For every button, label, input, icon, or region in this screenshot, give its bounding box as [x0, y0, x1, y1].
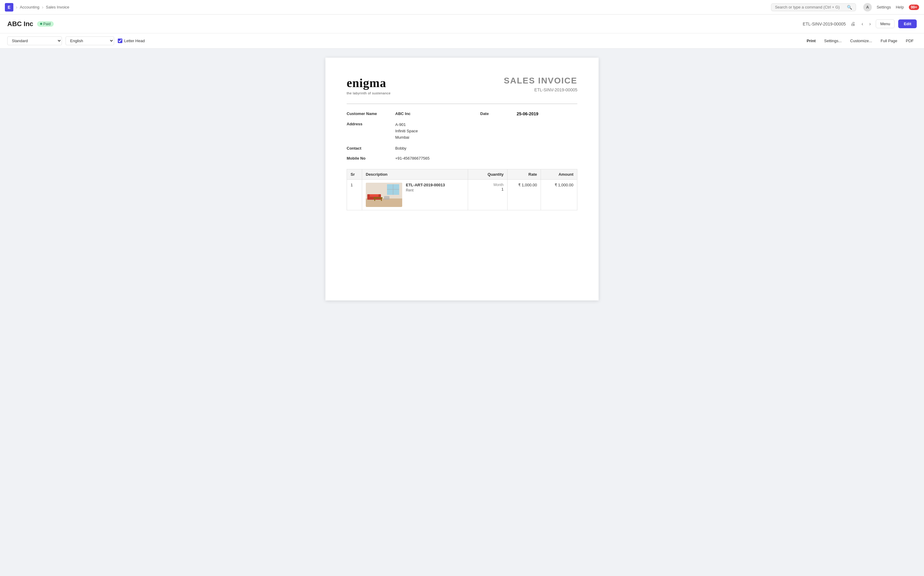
mobile-value: +91-456786677565	[395, 156, 480, 160]
svg-rect-10	[374, 198, 375, 201]
date-value: 25-06-2019	[517, 111, 577, 116]
letterhead-checkbox[interactable]	[118, 38, 122, 43]
col-sr: Sr	[347, 170, 362, 180]
document-id: ETL-SINV-2019-00005	[803, 22, 846, 26]
date-label: Date	[480, 111, 517, 116]
svg-rect-7	[367, 194, 370, 200]
table-row: 1	[347, 180, 577, 210]
item-text-block: ETL-ART-2019-00013 Rent	[406, 183, 445, 192]
search-input[interactable]	[775, 5, 844, 10]
invoice-info-grid: Customer Name ABC Inc Date 25-06-2019 Ad…	[347, 111, 577, 160]
topnav-right: A Settings Help 99+	[863, 3, 919, 11]
breadcrumb-sales-invoice: Sales Invoice	[46, 5, 69, 10]
invoice-divider	[347, 104, 577, 104]
search-icon: 🔍	[847, 5, 852, 10]
help-link[interactable]: Help	[896, 5, 904, 10]
status-dot	[40, 23, 42, 25]
customer-value: ABC Inc	[395, 111, 480, 116]
next-button[interactable]: ›	[868, 20, 872, 28]
pdf-button[interactable]: PDF	[903, 37, 917, 45]
item-cell: ETL-ART-2019-00013 Rent	[366, 183, 464, 207]
address-label: Address	[347, 122, 395, 141]
toolbar: Standard English Letter Head Print Setti…	[0, 34, 924, 48]
format-select[interactable]: Standard	[7, 37, 62, 45]
col-quantity: Quantity	[468, 170, 508, 180]
svg-rect-12	[384, 196, 389, 200]
svg-rect-9	[373, 197, 383, 198]
page-header: ABC Inc Paid ETL-SINV-2019-00005 🖨 ‹ › M…	[0, 14, 924, 34]
language-select[interactable]: English	[66, 37, 114, 45]
breadcrumb-sep-1: ›	[16, 5, 17, 10]
status-badge: Paid	[37, 21, 54, 27]
topnav: E › Accounting › Sales Invoice 🔍 A Setti…	[0, 0, 924, 14]
svg-rect-11	[381, 198, 382, 201]
toolbar-actions: Print Settings... Customize... Full Page…	[804, 37, 917, 45]
prev-button[interactable]: ‹	[860, 20, 864, 28]
item-description: Rent	[406, 188, 445, 192]
brand-name: enigma	[347, 76, 391, 90]
invoice-header: enigma the labyrinth of sustenance SALES…	[347, 76, 577, 95]
page-title: ABC Inc	[7, 20, 34, 28]
invoice-title-block: SALES INVOICE ETL-SINV-2019-00005	[504, 76, 577, 92]
print-icon-button[interactable]: 🖨	[849, 20, 857, 28]
letterhead-checkbox-label[interactable]: Letter Head	[118, 38, 145, 43]
edit-button[interactable]: Edit	[898, 19, 917, 28]
breadcrumb-accounting[interactable]: Accounting	[20, 5, 39, 10]
room-illustration	[366, 183, 402, 207]
cell-sr: 1	[347, 180, 362, 210]
items-table: Sr Description Quantity Rate Amount 1	[347, 169, 577, 210]
col-rate: Rate	[508, 170, 541, 180]
brand-tagline: the labyrinth of sustenance	[347, 91, 391, 95]
cell-amount: ₹ 1,000.00	[541, 180, 577, 210]
address-value: A-901 Infiniti Space Mumbai	[395, 122, 480, 141]
cell-description: ETL-ART-2019-00013 Rent	[362, 180, 468, 210]
notifications-badge[interactable]: 99+	[909, 5, 919, 10]
customer-label: Customer Name	[347, 111, 395, 116]
col-description: Description	[362, 170, 468, 180]
settings-link[interactable]: Settings	[877, 5, 891, 10]
cell-quantity: Month 1	[468, 180, 508, 210]
table-header-row: Sr Description Quantity Rate Amount	[347, 170, 577, 180]
cell-rate: ₹ 1,000.00	[508, 180, 541, 210]
app-logo[interactable]: E	[5, 3, 13, 11]
settings-button[interactable]: Settings...	[821, 37, 845, 45]
customize-button[interactable]: Customize...	[847, 37, 875, 45]
content-area: enigma the labyrinth of sustenance SALES…	[0, 48, 924, 310]
brand-block: enigma the labyrinth of sustenance	[347, 76, 391, 95]
letterhead-label: Letter Head	[124, 38, 145, 43]
contact-label: Contact	[347, 146, 395, 150]
contact-value: Bobby	[395, 146, 480, 150]
fullpage-button[interactable]: Full Page	[878, 37, 900, 45]
breadcrumb-sep-2: ›	[42, 5, 43, 10]
svg-rect-8	[378, 194, 381, 200]
invoice-paper: enigma the labyrinth of sustenance SALES…	[325, 58, 599, 301]
invoice-number: ETL-SINV-2019-00005	[504, 87, 577, 92]
mobile-label: Mobile No	[347, 156, 395, 160]
col-amount: Amount	[541, 170, 577, 180]
status-label: Paid	[43, 22, 51, 26]
avatar: A	[863, 3, 872, 11]
invoice-title: SALES INVOICE	[504, 76, 577, 86]
item-image	[366, 183, 402, 207]
page-header-right: ETL-SINV-2019-00005 🖨 ‹ › Menu Edit	[803, 19, 917, 28]
search-bar[interactable]: 🔍	[771, 3, 856, 11]
item-code: ETL-ART-2019-00013	[406, 183, 445, 187]
page-title-area: ABC Inc Paid	[7, 20, 54, 28]
menu-button[interactable]: Menu	[876, 19, 895, 28]
print-button[interactable]: Print	[804, 37, 819, 45]
